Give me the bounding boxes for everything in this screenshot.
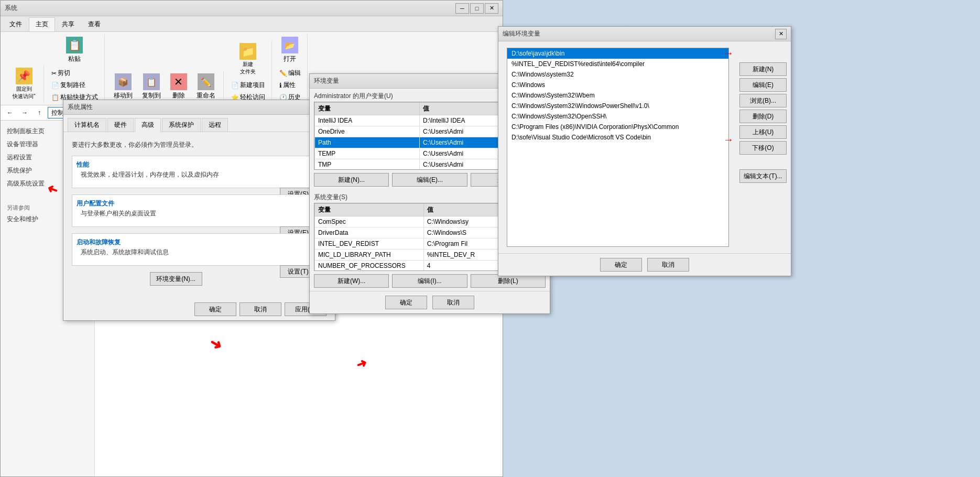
move-icon: 📦 [115,73,132,90]
btn-paste[interactable]: 📋 粘贴 [62,34,86,66]
btn-edit[interactable]: ✏️ 编辑 [277,68,303,79]
open-label: 打开 [284,55,296,63]
startup-title: 启动和故障恢复 [77,238,322,247]
edit-env-cancel-btn[interactable]: 取消 [647,258,689,272]
rename-icon: ✏️ [198,73,214,90]
env-vars-button[interactable]: 环境变量(N)... [150,272,202,286]
admin-note: 要进行大多数更改，你必须作为管理员登录。 [72,140,326,149]
edit-env-path-item[interactable]: D:\sofe\java\jdk\bin [507,48,728,59]
btn-copy-to[interactable]: 📋 复制到 [138,71,165,103]
btn-delete[interactable]: ✕ 删除 [167,71,191,103]
btn-rename[interactable]: ✏️ 重命名 [193,71,219,103]
explorer-title: 系统 [5,4,455,13]
edit-env-text-btn[interactable]: 编辑文本(T)... [739,169,787,183]
env-cancel-btn[interactable]: 取消 [432,296,474,309]
sys-var-name: MIC_LD_LIBRARY_PATH [315,250,424,261]
btn-new-item[interactable]: 📄 新建项目 [229,80,267,91]
edit-env-path-item[interactable]: %INTEL_DEV_REDIST%redist\intel64\compile… [507,59,728,69]
ribbon-group-open: 📂 打开 ✏️ 编辑 ℹ 属性 🕐 历史 [273,34,308,103]
edit-env-path-item[interactable]: C:\Windows\system32 [507,69,728,80]
btn-pin[interactable]: 📌 固定到 快速访问" [9,65,39,103]
ribbon-group-new: 📁 新建 文件夹 📄 新建项目 ⭐ 轻松访问 [225,40,272,103]
btn-copy-path[interactable]: 📄 复制路径 [49,80,100,91]
delete-label: 删除 [172,91,185,100]
edit-env-path-item[interactable]: C:\Windows [507,80,728,90]
title-bar-buttons: ─ □ ✕ [455,3,498,14]
edit-env-edit-btn[interactable]: 编辑(E) [739,78,787,92]
close-button[interactable]: ✕ [485,3,498,14]
open-icon: 📂 [281,37,298,53]
forward-button[interactable]: → [18,107,31,118]
tab-share[interactable]: 共享 [55,17,81,31]
sys-props-body: 要进行大多数更改，你必须作为管理员登录。 性能 视觉效果，处理器计划，内存使用，… [63,132,335,298]
edit-env-new-btn[interactable]: 新建(N) [739,62,787,76]
sys-var-name: DriverData [315,227,424,238]
edit-env-path-item[interactable]: C:\Windows\System32\Wbem [507,90,728,101]
ribbon-group-clipboard: 📋 粘贴 ✂ 剪切 📄 复制路径 📋 粘贴快捷方式 [45,34,105,103]
edit-icon: ✏️ [279,70,287,77]
user-edit-btn[interactable]: 编辑(E)... [392,173,467,187]
sys-var-name: NUMBER_OF_PROCESSORS [315,261,424,272]
tab-advanced[interactable]: 高级 [135,118,161,132]
paste-shortcut-icon: 📋 [51,94,59,101]
edit-env-path-item[interactable]: C:\Program Files (x86)\NVIDIA Corporatio… [507,122,728,132]
edit-env-footer: 确定 取消 [498,253,791,276]
up-button[interactable]: ↑ [33,107,46,118]
ribbon-group-pin: 📌 固定到 快速访问" [5,65,44,103]
user-var-name: Path [315,137,420,148]
user-profiles-section: 用户配置文件 与登录帐户相关的桌面设置 设置(E)... [72,194,326,227]
tab-remote[interactable]: 远程 [202,118,228,132]
performance-title: 性能 [77,160,322,169]
user-var-name: TMP [315,159,420,170]
sys-props-title: 系统属性 [68,103,319,112]
sys-props-btn-row: 确定 取消 应用(A) [63,298,335,320]
user-new-btn[interactable]: 新建(N)... [314,173,389,187]
sys-var-name: INTEL_DEV_REDIST [315,238,424,250]
startup-section: 启动和故障恢复 系统启动、系统故障和调试信息 设置(T)... [72,233,326,266]
sys-var-name: ComSpec [315,216,424,227]
edit-env-up-btn[interactable]: 上移(U) [739,125,787,139]
tab-sys-protect[interactable]: 系统保护 [162,118,201,132]
sys-props-tabs: 计算机名 硬件 高级 系统保护 远程 [63,115,335,132]
maximize-button[interactable]: □ [470,3,484,14]
rename-label: 重命名 [197,91,215,100]
btn-properties[interactable]: ℹ 属性 [277,80,303,91]
copy-path-icon: 📄 [51,82,59,89]
edit-env-right-btns: 新建(N) 编辑(E) 浏览(B)... 删除(D) 上移(U) 下移(O) 编… [739,62,787,183]
tab-file[interactable]: 文件 [3,17,29,31]
tab-computer-name[interactable]: 计算机名 [68,118,106,132]
edit-env-ok-btn[interactable]: 确定 [600,258,642,272]
btn-move-to[interactable]: 📦 移动到 [110,71,136,103]
new-item-label: 新建项目 [240,81,265,90]
sys-props-ok[interactable]: 确定 [194,302,236,316]
edit-env-path-item[interactable]: C:\Windows\System32\WindowsPowerShell\v1… [507,101,728,111]
move-label: 移动到 [114,91,133,100]
sys-new-btn[interactable]: 新建(W)... [314,274,389,288]
performance-desc: 视觉效果，处理器计划，内存使用，以及虚拟内存 [77,170,322,179]
sys-props-cancel[interactable]: 取消 [239,302,281,316]
pin-icon: 📌 [16,68,32,84]
performance-section: 性能 视觉效果，处理器计划，内存使用，以及虚拟内存 设置(S)... [72,156,326,188]
sys-props-dialog: 系统属性 ✕ 计算机名 硬件 高级 系统保护 远程 要进行大多数更改，你必须作为… [63,100,335,321]
tab-home[interactable]: 主页 [29,17,55,31]
edit-env-path-item[interactable]: D:\sofe\Visual Studio Code\Microsoft VS … [507,132,728,143]
tab-hardware[interactable]: 硬件 [107,118,134,132]
user-var-name: TEMP [315,148,420,159]
startup-desc: 系统启动、系统故障和调试信息 [77,248,322,257]
btn-open[interactable]: 📂 打开 [278,34,302,66]
tab-view[interactable]: 查看 [81,17,107,31]
edit-env-down-btn[interactable]: 下移(O) [739,141,787,155]
copy-label: 复制到 [142,91,161,100]
edit-env-path-item[interactable]: C:\Windows\System32\OpenSSH\ [507,111,728,122]
copy-icon: 📋 [143,73,160,90]
minimize-button[interactable]: ─ [455,3,469,14]
edit-env-browse-btn[interactable]: 浏览(B)... [739,94,787,107]
edit-env-delete-btn[interactable]: 删除(D) [739,110,787,123]
btn-cut[interactable]: ✂ 剪切 [49,68,100,79]
sys-edit-btn[interactable]: 编辑(I)... [392,274,467,288]
env-dialog-footer: 确定 取消 [310,291,550,313]
back-button[interactable]: ← [4,107,16,118]
edit-env-close[interactable]: ✕ [775,29,787,39]
btn-new-folder[interactable]: 📁 新建 文件夹 [236,40,260,78]
env-ok-btn[interactable]: 确定 [385,296,427,309]
